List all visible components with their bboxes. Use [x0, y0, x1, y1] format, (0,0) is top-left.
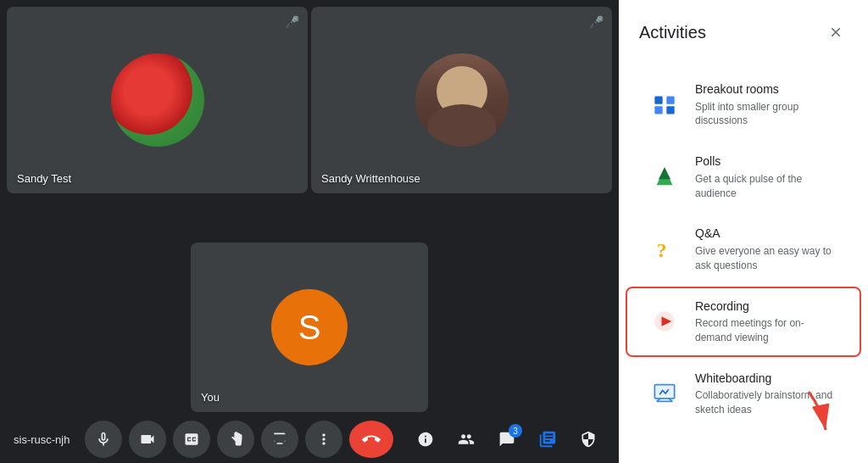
activity-item-breakout[interactable]: Breakout rooms Split into smaller group …: [626, 70, 861, 140]
breakout-text: Breakout rooms Split into smaller group …: [695, 81, 839, 128]
controls-center: [85, 421, 393, 458]
end-call-button[interactable]: [349, 421, 393, 458]
svg-rect-3: [666, 106, 674, 114]
bottom-toolbar: sis-rusc-njh: [0, 416, 619, 463]
chat-badge: 3: [509, 424, 522, 438]
recording-icon: [648, 304, 682, 338]
camera-button[interactable]: [129, 421, 166, 458]
video-tile-sandy-test: 🎤 Sandy Test: [7, 7, 308, 193]
raise-hand-icon: [227, 431, 244, 448]
activity-item-whiteboarding[interactable]: Whiteboarding Collaboratively brainstorm…: [626, 359, 861, 429]
meeting-id: sis-rusc-njh: [14, 433, 70, 446]
raise-hand-button[interactable]: [217, 421, 254, 458]
camera-icon: [139, 431, 156, 448]
video-tile-sandy-writtenhouse: 🎤 Sandy Writtenhouse: [311, 7, 612, 193]
present-icon: [271, 431, 288, 448]
controls-right: 3: [409, 422, 605, 456]
more-options-button[interactable]: [305, 421, 342, 458]
recording-name: Recording: [695, 298, 839, 315]
mic-button[interactable]: [85, 421, 122, 458]
svg-rect-1: [666, 96, 674, 103]
activity-item-recording[interactable]: Recording Record meetings for on-demand …: [626, 287, 861, 357]
security-icon: [580, 431, 597, 448]
svg-text:?: ?: [657, 239, 667, 261]
mute-icon-sandy-test: 🎤: [285, 15, 299, 29]
polls-text: Polls Get a quick pulse of the audience: [695, 153, 839, 200]
recording-text: Recording Record meetings for on-demand …: [695, 298, 839, 345]
mic-icon: [95, 431, 112, 448]
qa-name: Q&A: [695, 226, 839, 243]
video-tile-you: S You: [191, 243, 428, 412]
activities-button[interactable]: [531, 422, 565, 456]
activity-item-qa[interactable]: ? Q&A Give everyone an easy way to ask q…: [626, 214, 861, 284]
people-button[interactable]: [449, 422, 483, 456]
participant-name-you: You: [201, 391, 220, 404]
captions-icon: [183, 431, 200, 448]
breakout-desc: Split into smaller group discussions: [695, 100, 839, 129]
top-video-row: 🎤 Sandy Test 🎤 Sandy Writtenhouse: [0, 0, 619, 239]
people-icon: [458, 431, 475, 448]
captions-button[interactable]: [173, 421, 210, 458]
recording-desc: Record meetings for on-demand viewing: [695, 316, 839, 345]
whiteboarding-text: Whiteboarding Collaboratively brainstorm…: [695, 371, 839, 417]
polls-icon: [648, 160, 682, 194]
svg-marker-5: [659, 167, 670, 179]
participant-name-sandy-writtenhouse: Sandy Writtenhouse: [321, 172, 420, 185]
participant-avatar-sandy-writtenhouse: [415, 53, 509, 147]
whiteboarding-icon: [648, 377, 682, 410]
chat-button[interactable]: 3: [490, 422, 524, 456]
panel-items: Breakout rooms Split into smaller group …: [619, 61, 868, 463]
more-vert-icon: [315, 431, 332, 448]
video-area: 🎤 Sandy Test 🎤 Sandy Writtenhouse S You: [0, 0, 619, 463]
present-button[interactable]: [261, 421, 298, 458]
svg-rect-2: [654, 106, 662, 114]
qa-desc: Give everyone an easy way to ask questio…: [695, 244, 839, 273]
participant-avatar-sandy-test: [111, 53, 204, 147]
info-button[interactable]: [409, 422, 442, 456]
svg-rect-0: [654, 96, 662, 103]
breakout-name: Breakout rooms: [695, 81, 839, 98]
close-panel-button[interactable]: [821, 17, 851, 47]
whiteboarding-name: Whiteboarding: [695, 371, 839, 388]
security-button[interactable]: [571, 422, 605, 456]
mute-icon-sandy-writtenhouse: 🎤: [589, 15, 604, 29]
info-icon: [417, 431, 434, 448]
person-face: [437, 66, 487, 117]
polls-desc: Get a quick pulse of the audience: [695, 172, 839, 201]
activity-item-polls[interactable]: Polls Get a quick pulse of the audience: [626, 142, 861, 212]
polls-name: Polls: [695, 153, 839, 170]
whiteboarding-desc: Collaboratively brainstorm and sketch id…: [695, 388, 839, 417]
panel-header: Activities: [619, 0, 868, 61]
participant-avatar-you: S: [271, 289, 348, 365]
close-icon: [828, 25, 843, 40]
qa-icon: ?: [648, 232, 682, 266]
activities-icon: [538, 430, 557, 449]
panel-title: Activities: [639, 23, 706, 42]
qa-text: Q&A Give everyone an easy way to ask que…: [695, 226, 839, 272]
activities-panel: Activities Breakout rooms Split into sma…: [619, 0, 868, 463]
end-call-icon: [362, 430, 381, 449]
breakout-icon: [648, 88, 682, 122]
participant-name-sandy-test: Sandy Test: [17, 172, 71, 185]
